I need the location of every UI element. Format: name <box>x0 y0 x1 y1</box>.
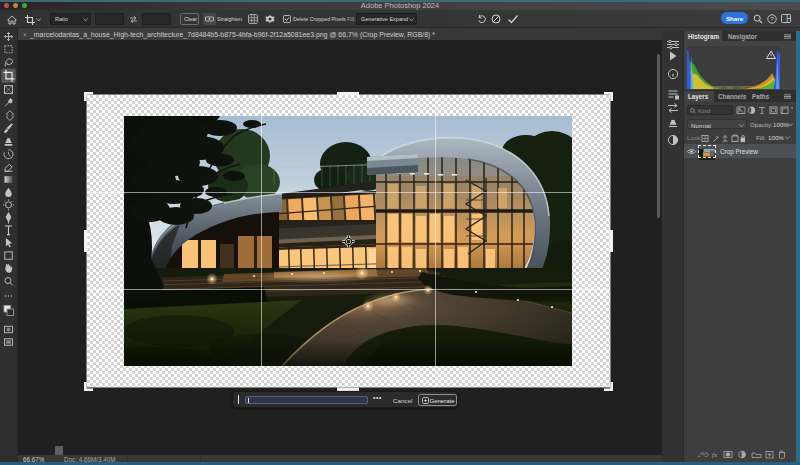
svg-text:fx: fx <box>712 451 718 459</box>
svg-text:?: ? <box>770 16 774 22</box>
